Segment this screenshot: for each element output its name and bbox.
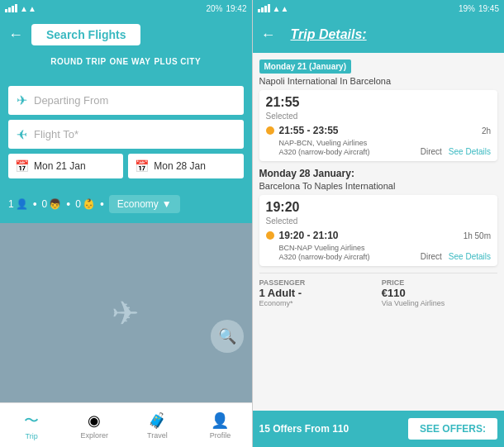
- nav-trip-label: Trip: [25, 432, 37, 440]
- outbound-time-range: 21:55 - 23:55: [279, 125, 477, 136]
- outbound-route: Napoli International In Barcelona: [259, 76, 498, 86]
- trip-type-bar: ROUND TRIP ONE WAY PLUS CITY: [0, 53, 252, 79]
- children-count: 0 👦: [42, 198, 62, 210]
- outbound-airline-dot: [266, 126, 274, 135]
- nav-travel-label: Travel: [147, 431, 168, 440]
- wifi-icon: ▲▲: [20, 4, 36, 13]
- inbound-flight-time: 19:20: [266, 200, 492, 215]
- flight-to-placeholder: Flight To*: [34, 128, 78, 140]
- date-from-picker[interactable]: 📅 Mon 21 Jan: [8, 154, 123, 178]
- search-fab-button[interactable]: 🔍: [211, 320, 244, 353]
- departing-placeholder: Departing From: [34, 94, 108, 107]
- offers-count-label: 15 Offers From 110: [259, 423, 408, 435]
- left-time: 19:42: [226, 4, 246, 13]
- left-signal: ▲▲: [5, 4, 36, 13]
- search-form: ✈ Departing From ✈ Flight To* 📅 Mon 21 J…: [0, 79, 252, 185]
- map-plane-icon: ✈: [112, 294, 140, 332]
- right-signal-bars-icon: [258, 4, 270, 12]
- nav-travel[interactable]: 🧳 Travel: [126, 403, 188, 447]
- nav-explorer-label: Explorer: [80, 431, 108, 440]
- date-from-value: Mon 21 Jan: [34, 160, 86, 172]
- infants-count: 0 👶: [75, 198, 95, 210]
- left-top-bar: ← Search Flights: [0, 17, 252, 53]
- right-back-arrow-icon[interactable]: ←: [261, 26, 276, 44]
- signal-bars-icon: [5, 4, 17, 12]
- left-panel: ▲▲ 20% 19:42 ← Search Flights ROUND TRIP…: [0, 0, 252, 447]
- nav-profile-label: Profile: [210, 431, 231, 440]
- trip-details-title: Trip Details:: [291, 27, 367, 42]
- inbound-duration: 1h 50m: [464, 231, 491, 240]
- search-flights-button[interactable]: Search Flights: [31, 24, 140, 45]
- date-row: 📅 Mon 21 Jan 📅 Mon 28 Jan: [8, 154, 244, 178]
- outbound-section-label: Monday 21 (January): [259, 59, 351, 74]
- right-wifi-icon: ▲▲: [273, 4, 289, 13]
- outbound-duration: 2h: [482, 126, 491, 136]
- passengers-row: 1 👤 • 0 👦 • 0 👶 • Economy ▼: [0, 185, 252, 223]
- outbound-section: Monday 21 (January) Napoli International…: [259, 58, 498, 161]
- landing-plane-icon: ✈: [17, 126, 27, 142]
- explorer-icon: ◉: [88, 411, 101, 430]
- back-arrow-icon[interactable]: ←: [8, 26, 23, 44]
- inbound-flight-card: 19:20 Selected 19:20 - 21:10 1h 50m BCN-…: [259, 195, 498, 266]
- price-info: PRICE €110 Via Vueling Airlines: [382, 278, 497, 307]
- calendar-to-icon: 📅: [135, 159, 149, 173]
- round-trip-tab[interactable]: ROUND TRIP: [50, 57, 106, 75]
- passenger-label: PASSENGER: [259, 278, 375, 287]
- right-signal: ▲▲: [258, 4, 289, 13]
- trip-details-content: Monday 21 (January) Napoli International…: [253, 53, 505, 411]
- nav-explorer[interactable]: ◉ Explorer: [63, 403, 126, 447]
- passenger-value: 1 Adult -: [259, 287, 375, 299]
- inbound-time-range: 19:20 - 21:10: [279, 230, 459, 241]
- bottom-nav: 〜 Trip ◉ Explorer 🧳 Travel 👤 Profile: [0, 402, 252, 447]
- inbound-route-code: BCN-NAP Vueling Airlines: [279, 244, 365, 252]
- outbound-route-code: NAP-BCN, Vueling Airlines: [279, 139, 368, 147]
- inbound-airline-dot: [266, 231, 274, 240]
- price-label: PRICE: [382, 278, 497, 287]
- passenger-sub: Economy*: [259, 299, 375, 307]
- inbound-selected-badge: Selected: [266, 216, 492, 226]
- flight-to-field[interactable]: ✈ Flight To*: [8, 120, 244, 149]
- right-top-bar: ← Trip Details:: [253, 17, 505, 53]
- date-to-picker[interactable]: 📅 Mon 28 Jan: [128, 154, 243, 178]
- see-offers-button[interactable]: SEE OFFERS:: [408, 418, 497, 440]
- right-panel: ▲▲ 19% 19:45 ← Trip Details: Monday 21 (…: [253, 0, 505, 447]
- summary-row: PASSENGER 1 Adult - Economy* PRICE €110 …: [259, 273, 498, 307]
- right-time: 19:45: [478, 4, 499, 13]
- price-value: €110: [382, 287, 497, 299]
- adults-count: 1 👤: [8, 198, 28, 210]
- inbound-direct-label: Direct: [421, 252, 442, 261]
- plus-city-tab[interactable]: PLUS CITY: [154, 57, 201, 75]
- calendar-from-icon: 📅: [15, 159, 29, 173]
- inbound-route: Barcelona To Naples International: [259, 181, 498, 191]
- left-status-bar: ▲▲ 20% 19:42: [0, 0, 252, 17]
- profile-icon: 👤: [211, 411, 229, 430]
- departing-plane-icon: ✈: [17, 93, 27, 108]
- left-battery: 20%: [206, 4, 222, 13]
- outbound-flight-time: 21:55: [266, 95, 492, 110]
- price-sub: Via Vueling Airlines: [382, 299, 497, 307]
- nav-trip[interactable]: 〜 Trip: [0, 403, 63, 447]
- outbound-see-details-link[interactable]: See Details: [449, 147, 491, 156]
- nav-profile[interactable]: 👤 Profile: [188, 403, 251, 447]
- inbound-section: Monday 28 January: Barcelona To Naples I…: [259, 168, 498, 266]
- map-area: ✈ 🔍: [0, 223, 252, 402]
- date-to-value: Mon 28 Jan: [154, 160, 206, 172]
- right-battery: 19%: [459, 4, 475, 13]
- inbound-aircraft: A320 (narrow-body Aircraft): [279, 253, 370, 261]
- passenger-info: PASSENGER 1 Adult - Economy*: [259, 278, 375, 307]
- offers-bar: 15 Offers From 110 SEE OFFERS:: [253, 411, 505, 447]
- outbound-direct-label: Direct: [421, 147, 442, 156]
- one-way-tab[interactable]: ONE WAY: [110, 57, 151, 75]
- outbound-aircraft: A320 (narrow-body Aircraft): [279, 148, 370, 156]
- inbound-day-header: Monday 28 January:: [259, 168, 498, 179]
- search-icon: 🔍: [218, 327, 236, 345]
- chevron-down-icon: ▼: [162, 198, 172, 210]
- departing-from-field[interactable]: ✈ Departing From: [8, 86, 244, 115]
- cabin-class-selector[interactable]: Economy ▼: [109, 195, 180, 213]
- right-status-bar: ▲▲ 19% 19:45: [253, 0, 505, 17]
- trip-icon: 〜: [24, 411, 39, 430]
- outbound-flight-card: 21:55 Selected 21:55 - 23:55 2h NAP-BCN,…: [259, 90, 498, 161]
- travel-icon: 🧳: [148, 411, 166, 430]
- inbound-see-details-link[interactable]: See Details: [449, 252, 491, 261]
- outbound-selected-badge: Selected: [266, 112, 492, 121]
